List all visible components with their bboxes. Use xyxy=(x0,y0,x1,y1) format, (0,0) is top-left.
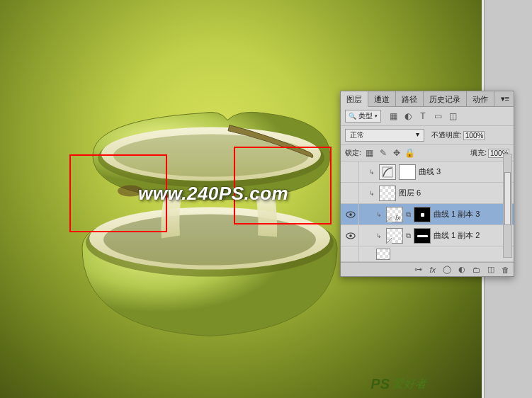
fill-label: 填充: xyxy=(470,148,487,158)
filter-type-icon[interactable]: T xyxy=(418,111,428,121)
opacity-label: 不透明度: xyxy=(431,130,462,140)
kind-label: 类型 xyxy=(358,111,373,121)
watermark-corner: PS 爱好者 xyxy=(370,376,426,392)
layers-panel: 图层 通道 路径 历史记录 动作 ▾≡ 🔍 类型 ▾ ▦ ◐ T ▭ ◫ 正常 … xyxy=(340,91,514,277)
clip-indicator-icon: ↳ xyxy=(376,211,383,218)
panel-blend-row: 正常 ▾ 不透明度: 100% xyxy=(341,126,514,145)
lock-all-icon[interactable]: 🔒 xyxy=(405,148,415,158)
layer-name: 曲线 3 xyxy=(419,166,441,177)
tab-history[interactable]: 历史记录 xyxy=(424,91,467,106)
clip-indicator-icon: ↳ xyxy=(369,169,376,176)
filter-smart-icon[interactable]: ◫ xyxy=(448,111,458,121)
layer-mask-thumb xyxy=(399,164,416,180)
visibility-toggle[interactable] xyxy=(342,161,359,182)
tab-paths[interactable]: 路径 xyxy=(396,91,424,106)
layer-thumb xyxy=(376,249,390,260)
delete-layer-icon[interactable]: 🗑 xyxy=(502,266,509,274)
layers-list: ↳ 曲线 3 ↳ 图层 6 ↳ fx ⧉ xyxy=(341,161,514,262)
layer-name: 图层 6 xyxy=(399,188,421,198)
chevron-down-icon: ▾ xyxy=(375,113,378,119)
layer-name: 曲线 1 副本 2 xyxy=(434,230,480,241)
lock-transparent-icon[interactable]: ▦ xyxy=(365,148,375,158)
visibility-toggle[interactable] xyxy=(342,246,359,261)
link-mask-icon[interactable]: ⧉ xyxy=(406,210,411,219)
tab-channels[interactable]: 通道 xyxy=(368,91,396,106)
new-adjust-icon[interactable]: ◐ xyxy=(458,265,465,274)
visibility-toggle[interactable] xyxy=(342,225,359,246)
chevron-down-icon: ▾ xyxy=(416,130,419,140)
tab-actions[interactable]: 动作 xyxy=(467,91,494,106)
layer-row[interactable]: ↳ fx ⧉ 曲线 1 副本 3 xyxy=(341,204,514,225)
lock-label: 锁定: xyxy=(345,148,361,158)
visibility-toggle[interactable] xyxy=(342,183,359,203)
new-group-icon[interactable]: 🗀 xyxy=(472,266,480,274)
svg-point-11 xyxy=(349,234,352,237)
layer-mask-thumb xyxy=(414,228,431,244)
lock-position-icon[interactable]: ✥ xyxy=(392,148,402,158)
layers-scrollbar[interactable] xyxy=(503,154,512,258)
panel-lock-row: 锁定: ▦ ✎ ✥ 🔒 填充: 100% xyxy=(341,145,514,161)
filter-pixel-icon[interactable]: ▦ xyxy=(388,111,398,121)
panel-footer: ⊶ fx ◯ ◐ 🗀 ◫ 🗑 xyxy=(341,262,514,276)
clip-indicator-icon: ↳ xyxy=(369,190,376,197)
fx-icon[interactable]: fx xyxy=(429,266,436,274)
add-mask-icon[interactable]: ◯ xyxy=(443,265,451,274)
opacity-input[interactable]: 100% xyxy=(463,131,485,140)
layer-name: 曲线 1 副本 3 xyxy=(434,209,480,220)
filter-shape-icon[interactable]: ▭ xyxy=(433,111,443,121)
blend-mode-select[interactable]: 正常 ▾ xyxy=(345,129,424,142)
watermark-corner-text: 爱好者 xyxy=(392,377,426,392)
layer-row[interactable]: ↳ 图层 6 xyxy=(341,183,514,204)
ps-logo: PS xyxy=(370,376,390,392)
lock-pixels-icon[interactable]: ✎ xyxy=(378,148,388,158)
panel-menu-icon[interactable]: ▾≡ xyxy=(497,91,514,106)
panel-filter-row: 🔍 类型 ▾ ▦ ◐ T ▭ ◫ xyxy=(341,107,514,126)
layer-thumb xyxy=(379,186,396,201)
link-layers-icon[interactable]: ⊶ xyxy=(414,265,422,274)
filter-icons: ▦ ◐ T ▭ ◫ xyxy=(388,111,458,121)
search-icon: 🔍 xyxy=(349,113,356,120)
kind-filter-select[interactable]: 🔍 类型 ▾ xyxy=(345,110,381,123)
curves-adjust-thumb xyxy=(379,164,396,180)
layer-thumb xyxy=(386,228,403,244)
blend-mode-value: 正常 xyxy=(350,130,364,140)
clip-indicator-icon: ↳ xyxy=(376,232,383,239)
eye-icon xyxy=(346,211,356,218)
new-layer-icon[interactable]: ◫ xyxy=(487,265,494,274)
panel-tabs: 图层 通道 路径 历史记录 动作 ▾≡ xyxy=(341,91,514,107)
filter-adjust-icon[interactable]: ◐ xyxy=(403,111,413,121)
layer-thumb: fx xyxy=(386,207,403,222)
layer-row[interactable]: ↳ 曲线 3 xyxy=(341,161,514,183)
visibility-toggle[interactable] xyxy=(342,204,359,224)
tab-layers[interactable]: 图层 xyxy=(341,91,368,107)
eye-icon xyxy=(346,232,356,239)
watermark-center: www.240PS.com xyxy=(138,183,288,205)
layer-row[interactable] xyxy=(341,246,514,262)
layer-mask-thumb xyxy=(414,207,431,222)
link-mask-icon[interactable]: ⧉ xyxy=(406,232,411,240)
layer-row[interactable]: ↳ ⧉ 曲线 1 副本 2 xyxy=(341,225,514,246)
svg-point-9 xyxy=(349,213,352,216)
scrollbar-thumb[interactable] xyxy=(504,172,511,225)
